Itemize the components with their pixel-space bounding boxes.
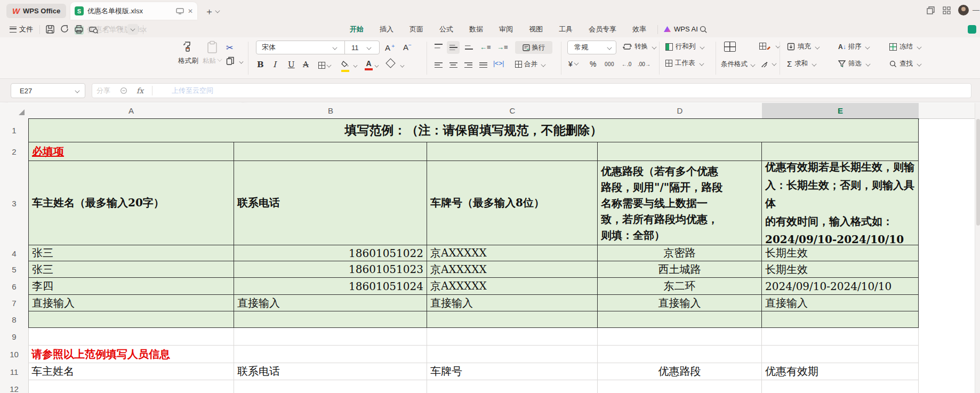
cell-e8[interactable]	[762, 311, 919, 328]
sort-button[interactable]: A↓ 排序	[838, 42, 870, 51]
fill-button[interactable]: 填充	[787, 42, 820, 51]
cell-c5[interactable]: 京AXXXXX	[427, 261, 598, 278]
italic-button[interactable]: I	[273, 60, 276, 69]
increase-decimal-button[interactable]: ←.0	[622, 61, 631, 67]
convert-button[interactable]: 转换	[623, 42, 656, 51]
sum-button[interactable]: Σ 求和	[787, 59, 816, 68]
row-header-6[interactable]: 6	[0, 278, 29, 295]
increase-indent-icon[interactable]: →≡	[497, 43, 508, 51]
scrollbar-thumb[interactable]	[976, 119, 980, 226]
cell-e2[interactable]	[762, 142, 919, 161]
cell-a3-header[interactable]: 车主姓名（最多输入20字）	[28, 161, 234, 245]
borders-chevron-icon[interactable]	[326, 62, 331, 67]
screen-share-icon[interactable]	[176, 8, 184, 14]
number-format-chevron-icon[interactable]	[607, 45, 612, 50]
column-header-b[interactable]: B	[234, 103, 428, 119]
number-format-select[interactable]: 常规	[567, 41, 616, 54]
cell-d5[interactable]: 西土城路	[598, 261, 762, 278]
copy-icon[interactable]	[226, 57, 235, 66]
redo-dropdown-button[interactable]	[127, 24, 138, 35]
font-color-chevron-icon[interactable]	[375, 63, 379, 68]
cell-a10-note[interactable]: 请参照以上范例填写人员信息	[28, 346, 234, 363]
rows-columns-chevron-icon[interactable]	[700, 44, 704, 49]
cell-b11[interactable]: 联系电话	[234, 363, 427, 380]
tab-tools[interactable]: 工具	[559, 25, 573, 34]
underline-button[interactable]: U	[288, 60, 295, 69]
cell-c6[interactable]: 京AXXXXX	[427, 278, 598, 295]
export-pdf-icon[interactable]	[60, 25, 69, 34]
fill-chevron-icon[interactable]	[815, 44, 820, 49]
cell-a8[interactable]	[28, 311, 234, 328]
merge-cells-button[interactable]: 合并	[515, 60, 545, 69]
search-icon[interactable]	[700, 26, 708, 34]
cell-c11[interactable]: 车牌号	[427, 363, 598, 380]
cell-e12[interactable]	[762, 380, 919, 393]
cell-b7[interactable]: 直接输入	[234, 295, 427, 311]
font-name-select[interactable]: 宋体	[256, 43, 331, 52]
tab-member[interactable]: 会员专享	[589, 25, 616, 34]
conditional-format-button[interactable]: 条件格式	[721, 60, 755, 69]
cell-d7[interactable]: 直接输入	[598, 295, 762, 311]
new-tab-chevron-icon[interactable]	[215, 8, 220, 13]
cell-c2[interactable]	[427, 142, 598, 161]
row-header-1[interactable]: 1	[0, 118, 29, 143]
font-name-chevron-icon[interactable]	[332, 45, 337, 50]
undo-icon[interactable]: ↶	[103, 23, 110, 35]
formula-input[interactable]: 分享 fx 上传至云空间	[92, 83, 971, 98]
cell-a4[interactable]: 张三	[28, 245, 234, 261]
cell-c9[interactable]	[427, 328, 598, 346]
column-header-a[interactable]: A	[28, 103, 235, 119]
cell-c8[interactable]	[427, 311, 598, 328]
file-menu-button[interactable]: 文件	[10, 25, 33, 34]
print-icon[interactable]	[74, 25, 84, 34]
worksheet-button[interactable]: 工作表	[665, 59, 704, 68]
cell-d4[interactable]: 京密路	[598, 245, 762, 261]
column-header-d[interactable]: D	[598, 103, 762, 119]
decrease-font-icon[interactable]: A−	[403, 42, 412, 52]
save-icon[interactable]	[45, 25, 55, 34]
merge-cells-chevron-icon[interactable]	[541, 62, 545, 67]
align-bottom-icon[interactable]	[465, 44, 473, 50]
cell-a6[interactable]: 李四	[28, 278, 234, 295]
column-header-e-selected[interactable]: E	[762, 103, 919, 119]
freeze-chevron-icon[interactable]	[917, 44, 921, 49]
cell-b12[interactable]	[234, 380, 427, 393]
font-color-button[interactable]: A	[365, 59, 373, 70]
cell-a2-required[interactable]: 必填项	[28, 142, 234, 161]
cell-c3-header[interactable]: 车牌号（最多输入8位）	[427, 161, 598, 245]
align-top-icon[interactable]	[435, 44, 443, 50]
tab-home[interactable]: 开始	[350, 25, 364, 34]
decrease-indent-icon[interactable]: ←≡	[480, 43, 491, 51]
align-center-icon[interactable]	[449, 62, 457, 68]
fill-color-button[interactable]	[341, 60, 349, 72]
row-header-8[interactable]: 8	[0, 311, 29, 328]
align-middle-button[interactable]	[447, 41, 460, 54]
cell-a11[interactable]: 车主姓名	[28, 363, 234, 380]
cell-d12[interactable]	[598, 380, 762, 393]
wps-ai-button[interactable]: WPS AI	[664, 25, 698, 33]
tab-view[interactable]: 视图	[529, 25, 543, 34]
row-header-5[interactable]: 5	[0, 261, 29, 278]
cell-b9[interactable]	[234, 328, 427, 346]
row-header-9[interactable]: 9	[0, 328, 29, 346]
tab-page[interactable]: 页面	[409, 25, 423, 34]
print-preview-icon[interactable]	[89, 25, 99, 34]
user-avatar[interactable]	[958, 5, 969, 15]
row-header-7[interactable]: 7	[0, 295, 29, 312]
borders-button[interactable]	[318, 61, 331, 71]
cell-shading-icon[interactable]	[385, 58, 395, 68]
vertical-scrollbar[interactable]	[975, 103, 980, 393]
wrap-text-button[interactable]: 换行	[515, 41, 552, 54]
percent-format-button[interactable]: %	[590, 60, 596, 68]
close-tab-icon[interactable]: ✕	[188, 7, 193, 15]
cell-b6[interactable]: 18601051024	[234, 278, 427, 295]
cell-c4[interactable]: 京AXXXXX	[427, 245, 598, 261]
conditional-format-icon-large[interactable]	[724, 42, 736, 54]
name-box-chevron-icon[interactable]	[75, 88, 79, 93]
cell-b2[interactable]	[234, 142, 427, 161]
cell-d10[interactable]	[598, 346, 762, 363]
currency-format-button[interactable]: ¥	[568, 60, 579, 68]
cell-d8[interactable]	[598, 311, 762, 328]
cell-b3-header[interactable]: 联系电话	[234, 161, 427, 245]
cell-e3-header[interactable]: 优惠有效期若是长期生效，则输 入：长期生效；否则，则输入具体 的有效时间，输入格…	[762, 161, 919, 245]
